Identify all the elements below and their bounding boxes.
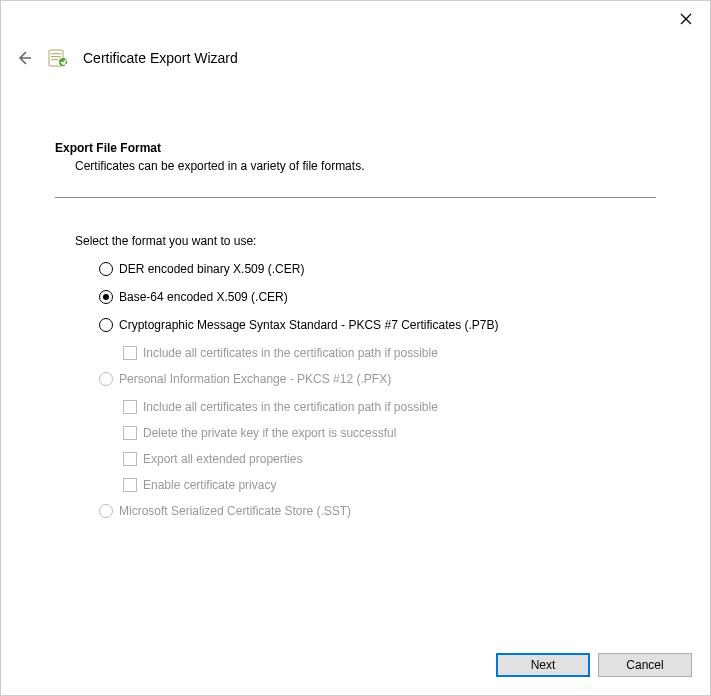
svg-rect-5 <box>51 56 61 57</box>
close-button[interactable] <box>676 9 696 29</box>
checkbox-label: Delete the private key if the export is … <box>143 426 396 440</box>
checkbox-icon <box>123 346 137 360</box>
svg-rect-4 <box>51 53 61 54</box>
radio-sst: Microsoft Serialized Certificate Store (… <box>99 504 656 518</box>
radio-pfx: Personal Information Exchange - PKCS #12… <box>99 372 656 386</box>
checkbox-label: Enable certificate privacy <box>143 478 276 492</box>
select-format-label: Select the format you want to use: <box>75 234 656 248</box>
back-arrow-icon <box>16 50 32 66</box>
checkbox-icon <box>123 478 137 492</box>
format-options: DER encoded binary X.509 (.CER) Base-64 … <box>99 262 656 518</box>
checkbox-pfx-delete-key: Delete the private key if the export is … <box>123 426 656 440</box>
radio-base64[interactable]: Base-64 encoded X.509 (.CER) <box>99 290 656 304</box>
radio-der[interactable]: DER encoded binary X.509 (.CER) <box>99 262 656 276</box>
back-button[interactable] <box>15 49 33 67</box>
wizard-header: Certificate Export Wizard <box>15 47 238 69</box>
radio-label: Personal Information Exchange - PKCS #12… <box>119 372 391 386</box>
next-button[interactable]: Next <box>496 653 590 677</box>
radio-pkcs7[interactable]: Cryptographic Message Syntax Standard - … <box>99 318 656 332</box>
section-title: Export File Format <box>55 141 656 155</box>
close-icon <box>680 13 692 25</box>
section-description: Certificates can be exported in a variet… <box>75 159 656 173</box>
wizard-content: Export File Format Certificates can be e… <box>55 141 656 532</box>
radio-icon <box>99 262 113 276</box>
certificate-icon <box>47 47 69 69</box>
checkbox-label: Include all certificates in the certific… <box>143 346 438 360</box>
checkbox-icon <box>123 452 137 466</box>
radio-label: Microsoft Serialized Certificate Store (… <box>119 504 351 518</box>
svg-rect-6 <box>51 59 58 60</box>
cancel-button[interactable]: Cancel <box>598 653 692 677</box>
radio-label: DER encoded binary X.509 (.CER) <box>119 262 304 276</box>
radio-label: Cryptographic Message Syntax Standard - … <box>119 318 499 332</box>
radio-icon <box>99 504 113 518</box>
radio-icon <box>99 372 113 386</box>
button-bar: Next Cancel <box>496 653 692 677</box>
checkbox-label: Export all extended properties <box>143 452 302 466</box>
checkbox-pkcs7-include-all: Include all certificates in the certific… <box>123 346 656 360</box>
radio-icon <box>99 318 113 332</box>
radio-icon <box>99 290 113 304</box>
checkbox-icon <box>123 400 137 414</box>
divider <box>55 197 656 198</box>
radio-label: Base-64 encoded X.509 (.CER) <box>119 290 288 304</box>
checkbox-label: Include all certificates in the certific… <box>143 400 438 414</box>
checkbox-icon <box>123 426 137 440</box>
checkbox-pfx-export-ext: Export all extended properties <box>123 452 656 466</box>
wizard-title: Certificate Export Wizard <box>83 50 238 66</box>
checkbox-pfx-include-all: Include all certificates in the certific… <box>123 400 656 414</box>
checkbox-pfx-enable-privacy: Enable certificate privacy <box>123 478 656 492</box>
